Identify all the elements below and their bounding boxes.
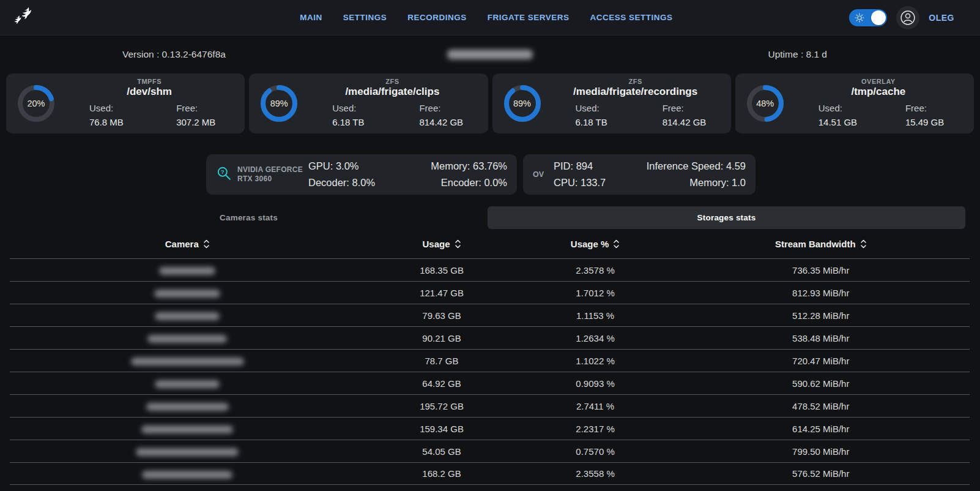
filesystem-path: /media/frigate/recordings bbox=[549, 86, 722, 98]
column-header-stream-bandwidth[interactable]: Stream Bandwidth bbox=[672, 239, 970, 249]
info-row: Version : 0.13.2-6476f8a Uptime : 8.1 d bbox=[0, 36, 980, 73]
detector-name: OV bbox=[533, 170, 554, 179]
free-value: 15.49 GB bbox=[905, 115, 965, 129]
bandwidth-cell: 799.50 MiB/hr bbox=[672, 446, 970, 457]
usage-percent-cell: 1.1022 % bbox=[519, 356, 672, 366]
tab-cameras-stats[interactable]: Cameras stats bbox=[10, 206, 488, 229]
camera-name-blurred bbox=[147, 335, 227, 343]
column-header-usage-percent[interactable]: Usage % bbox=[519, 239, 672, 249]
donut-percent-label: 89% bbox=[502, 83, 543, 124]
bandwidth-cell: 812.93 MiB/hr bbox=[672, 288, 970, 298]
camera-cell bbox=[10, 446, 365, 457]
person-icon bbox=[898, 8, 918, 28]
username-label[interactable]: OLEG bbox=[929, 13, 954, 23]
toggle-knob[interactable] bbox=[871, 10, 886, 25]
sort-icon bbox=[455, 239, 461, 249]
camera-name-blurred bbox=[142, 471, 232, 479]
table-row[interactable]: 64.92 GB 0.9093 % 590.62 MiB/hr bbox=[10, 372, 970, 394]
camera-cell bbox=[10, 378, 365, 389]
camera-cell bbox=[10, 468, 365, 479]
uptime-label: Uptime : 8.1 d bbox=[768, 49, 980, 60]
free-value: 307.2 MB bbox=[176, 115, 236, 129]
usage-cell: 159.34 GB bbox=[365, 424, 519, 434]
donut-chart: 20% bbox=[16, 83, 56, 124]
filesystem-type-label: TMPFS bbox=[62, 78, 236, 85]
sun-icon bbox=[855, 13, 864, 25]
donut-chart: 89% bbox=[259, 83, 299, 124]
donut-percent-label: 89% bbox=[259, 83, 299, 124]
table-row[interactable]: 54.05 GB 0.7570 % 799.50 MiB/hr bbox=[10, 440, 970, 462]
nav-link[interactable]: SETTINGS bbox=[343, 13, 387, 22]
detector-card: OV PID: 894 CPU: 133.7 Inference Speed: … bbox=[523, 154, 755, 195]
nav-link[interactable]: ACCESS SETTINGS bbox=[590, 13, 673, 22]
used-label: Used: bbox=[89, 101, 149, 115]
gpu-search-icon: ? bbox=[216, 165, 232, 184]
gpu-encoder-stat: Encoder: 0.0% bbox=[431, 174, 507, 191]
filesystem-path: /tmp/cache bbox=[792, 86, 965, 98]
usage-cell: 195.72 GB bbox=[365, 401, 519, 411]
camera-name-blurred bbox=[131, 358, 244, 365]
usage-percent-cell: 2.2317 % bbox=[519, 424, 672, 434]
detector-stats-left: PID: 894 CPU: 133.7 bbox=[554, 158, 647, 191]
table-header: Camera Usage Usage % Stream Bandwidth bbox=[10, 229, 970, 258]
camera-name-blurred bbox=[146, 403, 229, 411]
detector-pid-stat: PID: 894 bbox=[554, 158, 647, 174]
version-label: Version : 0.13.2-6476f8a bbox=[0, 49, 447, 60]
camera-name-blurred bbox=[154, 290, 220, 298]
used-label: Used: bbox=[332, 101, 392, 115]
usage-cell: 90.21 GB bbox=[365, 333, 519, 343]
main-navigation: MAIN SETTINGS RECORDINGS FRIGATE SERVERS… bbox=[300, 0, 672, 35]
storage-cards-row: 20% TMPFS /dev/shm Used: 76.8 MB Free: 3… bbox=[6, 73, 974, 133]
storage-card: 20% TMPFS /dev/shm Used: 76.8 MB Free: 3… bbox=[6, 73, 245, 133]
detector-stats-right: Inference Speed: 4.59 Memory: 1.0 bbox=[647, 158, 746, 191]
detector-memory-stat: Memory: 1.0 bbox=[647, 174, 746, 191]
tab-storages-stats[interactable]: Storages stats bbox=[488, 206, 965, 229]
usage-cell: 54.05 GB bbox=[365, 446, 519, 457]
camera-cell bbox=[10, 310, 365, 321]
camera-cell bbox=[10, 333, 365, 343]
usage-cell: 64.92 GB bbox=[365, 378, 519, 389]
table-row[interactable]: 121.47 GB 1.7012 % 812.93 MiB/hr bbox=[10, 281, 970, 304]
used-value: 6.18 TB bbox=[576, 115, 636, 129]
column-header-camera[interactable]: Camera bbox=[10, 239, 365, 249]
bandwidth-cell: 614.25 MiB/hr bbox=[672, 424, 970, 434]
sort-icon bbox=[613, 239, 620, 249]
free-label: Free: bbox=[905, 101, 965, 115]
table-row[interactable]: 168.35 GB 2.3578 % 736.35 MiB/hr bbox=[10, 258, 970, 281]
usage-cell: 168.35 GB bbox=[365, 265, 519, 275]
theme-toggle[interactable] bbox=[849, 9, 887, 26]
stats-tabs: Cameras stats Storages stats bbox=[10, 206, 965, 229]
camera-name-blurred bbox=[155, 312, 220, 320]
gpu-stats-right: Memory: 63.76% Encoder: 0.0% bbox=[431, 158, 507, 191]
free-label: Free: bbox=[176, 101, 236, 115]
frigate-logo-icon[interactable] bbox=[10, 4, 38, 32]
used-label: Used: bbox=[819, 101, 878, 115]
table-row[interactable]: 90.21 GB 1.2634 % 538.48 MiB/hr bbox=[10, 326, 970, 349]
filesystem-path: /media/frigate/clips bbox=[305, 86, 479, 98]
used-value: 14.51 GB bbox=[819, 115, 878, 129]
nav-link[interactable]: RECORDINGS bbox=[407, 13, 467, 22]
table-row[interactable]: 78.7 GB 1.1022 % 720.47 MiB/hr bbox=[10, 349, 970, 372]
table-row[interactable]: 168.2 GB 2.3558 % 576.52 MiB/hr bbox=[10, 462, 970, 485]
table-row[interactable]: 195.72 GB 2.7411 % 478.52 MiB/hr bbox=[10, 394, 970, 417]
table-row[interactable]: 79.63 GB 1.1153 % 512.28 MiB/hr bbox=[10, 304, 970, 326]
donut-chart: 89% bbox=[502, 83, 543, 124]
nav-link[interactable]: MAIN bbox=[300, 13, 322, 22]
gpu-memory-stat: Memory: 63.76% bbox=[431, 158, 507, 174]
free-label: Free: bbox=[419, 101, 479, 115]
usage-percent-cell: 2.3578 % bbox=[519, 265, 672, 275]
table-row[interactable]: 159.34 GB 2.2317 % 614.25 MiB/hr bbox=[10, 417, 970, 440]
nav-link[interactable]: FRIGATE SERVERS bbox=[488, 13, 570, 22]
gpu-card: ? NVIDIA GEFORCE RTX 3060 GPU: 3.0% Deco… bbox=[206, 154, 517, 195]
bandwidth-cell: 736.35 MiB/hr bbox=[672, 265, 970, 275]
camera-cell bbox=[10, 401, 365, 411]
detector-inference-stat: Inference Speed: 4.59 bbox=[647, 158, 746, 174]
storage-card: 89% ZFS /media/frigate/recordings Used: … bbox=[492, 73, 731, 133]
usage-percent-cell: 0.9093 % bbox=[519, 378, 672, 389]
camera-cell bbox=[10, 265, 365, 275]
user-avatar[interactable] bbox=[896, 6, 919, 29]
svg-text:?: ? bbox=[221, 168, 225, 175]
column-header-usage[interactable]: Usage bbox=[365, 239, 519, 249]
used-label: Used: bbox=[576, 101, 636, 115]
storage-card-body: OVERLAY /tmp/cache Used: 14.51 GB Free: … bbox=[792, 78, 965, 129]
